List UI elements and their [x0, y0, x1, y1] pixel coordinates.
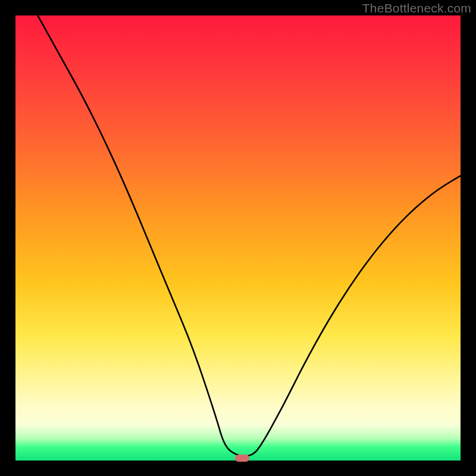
optimum-marker — [235, 455, 249, 462]
bottleneck-curve — [15, 15, 461, 461]
chart-frame: TheBottleneck.com — [0, 0, 476, 476]
watermark-text: TheBottleneck.com — [362, 1, 471, 15]
